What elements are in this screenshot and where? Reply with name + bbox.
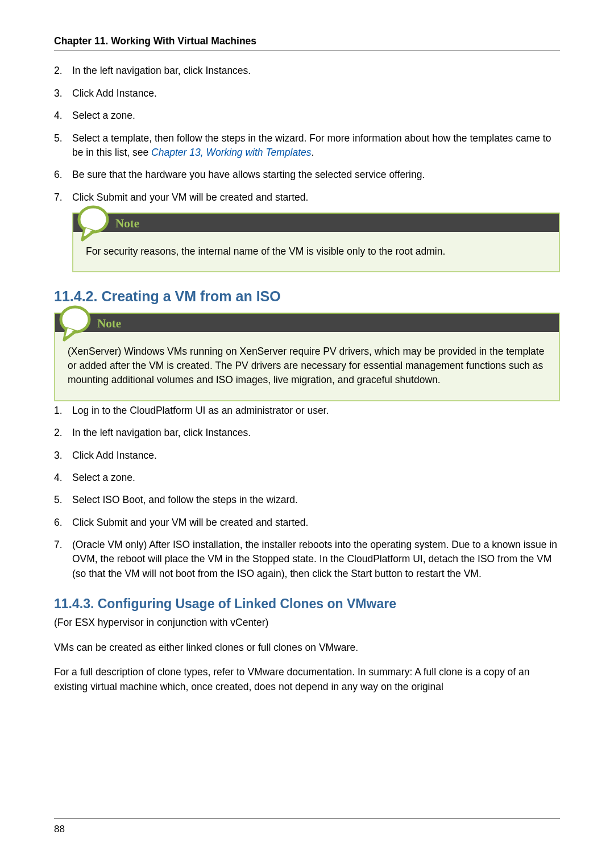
section-heading: 11.4.2. Creating a VM from an ISO: [54, 286, 560, 306]
list-text: In the left navigation bar, click Instan…: [72, 64, 560, 78]
chapter-link[interactable]: Chapter 13, Working with Templates: [151, 147, 311, 158]
note-callout: Note For security reasons, the internal …: [72, 213, 560, 272]
list-number: 4.: [54, 109, 72, 123]
list-text: Click Add Instance.: [72, 448, 560, 463]
ordered-list-1: 2. In the left navigation bar, click Ins…: [54, 64, 560, 205]
note-label: Note: [97, 317, 121, 330]
list-item: 6. Be sure that the hardware you have al…: [54, 168, 560, 182]
list-item: 4. Select a zone.: [54, 471, 560, 485]
chapter-header: Chapter 11. Working With Virtual Machine…: [54, 34, 560, 51]
svg-point-0: [79, 207, 107, 232]
list-number: 6.: [54, 168, 72, 182]
svg-point-1: [61, 307, 89, 332]
list-number: 7.: [54, 538, 72, 581]
list-number: 7.: [54, 190, 72, 205]
list-text: Select a zone.: [72, 471, 560, 485]
list-number: 4.: [54, 471, 72, 485]
list-item: 1. Log in to the CloudPlatform UI as an …: [54, 404, 560, 418]
list-number: 2.: [54, 64, 72, 78]
list-item: 6. Click Submit and your VM will be crea…: [54, 516, 560, 530]
list-text: Click Add Instance.: [72, 86, 560, 101]
list-text: Select ISO Boot, and follow the steps in…: [72, 493, 560, 507]
list-number: 5.: [54, 131, 72, 160]
list-number: 3.: [54, 448, 72, 463]
section-heading: 11.4.3. Configuring Usage of Linked Clon…: [54, 595, 560, 613]
note-header: Note: [54, 313, 560, 332]
list-item: 3. Click Add Instance.: [54, 86, 560, 101]
list-number: 1.: [54, 404, 72, 418]
list-item: 2. In the left navigation bar, click Ins…: [54, 426, 560, 440]
note-callout: Note (XenServer) Windows VMs running on …: [54, 313, 560, 401]
note-label: Note: [115, 217, 139, 230]
note-body: (XenServer) Windows VMs running on XenSe…: [54, 332, 560, 401]
note-body: For security reasons, the internal name …: [72, 232, 560, 272]
list-text: Select a template, then follow the steps…: [72, 131, 560, 160]
list-text: (Oracle VM only) After ISO installation,…: [72, 538, 560, 581]
list-number: 6.: [54, 516, 72, 530]
list-text-part: .: [312, 147, 314, 158]
list-item: 7. Click Submit and your VM will be crea…: [54, 190, 560, 205]
paragraph: (For ESX hypervisor in conjunction with …: [54, 616, 560, 630]
paragraph: For a full description of clone types, r…: [54, 665, 560, 694]
paragraph: VMs can be created as either linked clon…: [54, 641, 560, 655]
list-text: Click Submit and your VM will be created…: [72, 516, 560, 530]
list-number: 3.: [54, 86, 72, 101]
list-item: 7. (Oracle VM only) After ISO installati…: [54, 538, 560, 581]
list-number: 5.: [54, 493, 72, 507]
speech-bubble-icon: [59, 302, 92, 343]
list-item: 2. In the left navigation bar, click Ins…: [54, 64, 560, 78]
page-footer: 88: [54, 819, 560, 837]
list-text: Log in to the CloudPlatform UI as an adm…: [72, 404, 560, 418]
list-text: Click Submit and your VM will be created…: [72, 190, 560, 205]
list-item: 3. Click Add Instance.: [54, 448, 560, 463]
page-number: 88: [54, 824, 65, 834]
list-item: 5. Select a template, then follow the st…: [54, 131, 560, 160]
note-header: Note: [72, 213, 560, 232]
ordered-list-2: 1. Log in to the CloudPlatform UI as an …: [54, 404, 560, 581]
list-text: Be sure that the hardware you have allow…: [72, 168, 560, 182]
list-item: 5. Select ISO Boot, and follow the steps…: [54, 493, 560, 507]
list-text: In the left navigation bar, click Instan…: [72, 426, 560, 440]
speech-bubble-icon: [77, 202, 110, 243]
list-text: Select a zone.: [72, 109, 560, 123]
list-number: 2.: [54, 426, 72, 440]
list-item: 4. Select a zone.: [54, 109, 560, 123]
